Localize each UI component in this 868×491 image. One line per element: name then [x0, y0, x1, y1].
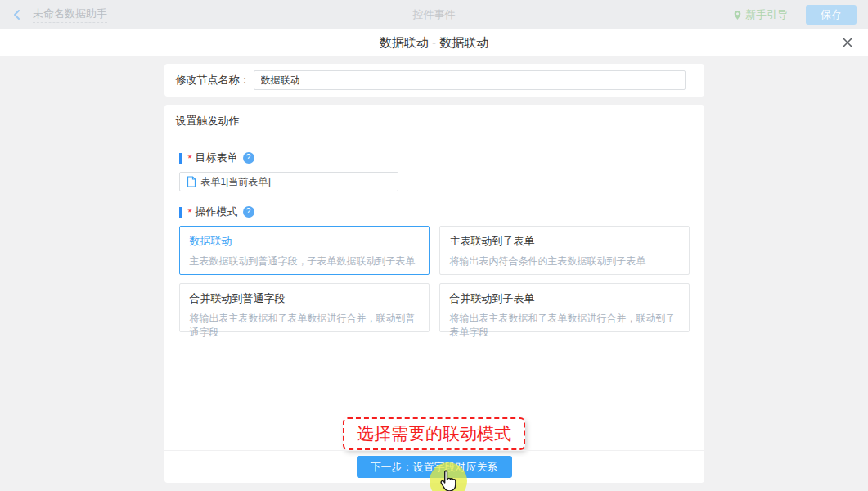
mode-card-merge-to-field[interactable]: 合并联动到普通字段 将输出表主表数据和子表单数据进行合并，联动到普通字段 — [179, 283, 430, 332]
guide-label: 新手引导 — [745, 7, 788, 22]
node-name-panel: 修改节点名称： — [164, 64, 704, 97]
field-accent-bar — [179, 153, 182, 164]
field-accent-bar — [179, 207, 182, 218]
mode-label: 操作模式 — [196, 205, 238, 219]
annotation-callout: 选择需要的联动模式 — [343, 417, 525, 450]
target-form-value: 表单1[当前表单] — [201, 175, 271, 189]
modal-title: 数据联动 - 数据联动 — [380, 35, 488, 51]
save-button[interactable]: 保存 — [806, 5, 857, 25]
target-form-label-row: * 目标表单 ? — [179, 151, 690, 165]
mode-card-title: 合并联动到普通字段 — [190, 291, 419, 306]
section-title: 设置触发动作 — [164, 105, 704, 137]
mode-card-merge-to-subform[interactable]: 合并联动到子表单 将输出表主表数据和子表单数据进行合并，联动到子表单字段 — [439, 283, 690, 332]
mode-card-desc: 将输出表主表数据和子表单数据进行合并，联动到普通字段 — [190, 312, 419, 340]
annotation-wrap: 选择需要的联动模式 — [179, 417, 690, 450]
mode-option-grid: 数据联动 主表数据联动到普通字段，子表单数据联动到子表单 主表联动到子表单 将输… — [179, 226, 690, 332]
mode-label-row: * 操作模式 ? — [179, 205, 690, 219]
topbar: 控件事件 未命名数据助手 新手引导 保存 — [0, 0, 868, 29]
close-icon[interactable] — [840, 35, 855, 50]
modal-content: 修改节点名称： 设置触发动作 * 目标表单 ? 表单1[当前表单] * — [0, 56, 868, 483]
mode-card-desc: 主表数据联动到普通字段，子表单数据联动到子表单 — [190, 255, 419, 268]
location-pin-icon — [733, 10, 742, 20]
trigger-action-panel: 设置触发动作 * 目标表单 ? 表单1[当前表单] * 操作模式 ? — [164, 105, 704, 483]
mode-card-title: 合并联动到子表单 — [450, 291, 679, 306]
back-chevron-icon[interactable] — [11, 9, 23, 20]
mode-card-data-linkage[interactable]: 数据联动 主表数据联动到普通字段，子表单数据联动到子表单 — [179, 226, 430, 275]
node-name-input[interactable] — [254, 70, 686, 90]
beginner-guide-link[interactable]: 新手引导 — [733, 7, 788, 22]
help-icon[interactable]: ? — [243, 152, 254, 164]
assistant-name[interactable]: 未命名数据助手 — [33, 7, 107, 23]
section-body: * 目标表单 ? 表单1[当前表单] * 操作模式 ? 数据联动 主 — [164, 137, 704, 450]
required-star: * — [188, 153, 192, 164]
target-form-select[interactable]: 表单1[当前表单] — [179, 172, 398, 191]
mode-card-desc: 将输出表内符合条件的主表数据联动到子表单 — [450, 255, 679, 268]
next-step-button[interactable]: 下一步：设置字段对应关系 — [357, 456, 512, 478]
required-star: * — [188, 207, 192, 218]
help-icon[interactable]: ? — [243, 206, 254, 218]
node-name-label: 修改节点名称： — [176, 73, 250, 88]
mode-card-title: 数据联动 — [190, 234, 419, 249]
panel-footer: 下一步：设置字段对应关系 — [164, 450, 704, 483]
modal-header: 数据联动 - 数据联动 — [0, 29, 868, 56]
form-document-icon — [187, 176, 196, 187]
mode-card-desc: 将输出表主表数据和子表单数据进行合并，联动到子表单字段 — [450, 312, 679, 340]
mode-card-title: 主表联动到子表单 — [450, 234, 679, 249]
target-form-label: 目标表单 — [196, 151, 238, 165]
mode-card-main-to-subform[interactable]: 主表联动到子表单 将输出表内符合条件的主表数据联动到子表单 — [439, 226, 690, 275]
